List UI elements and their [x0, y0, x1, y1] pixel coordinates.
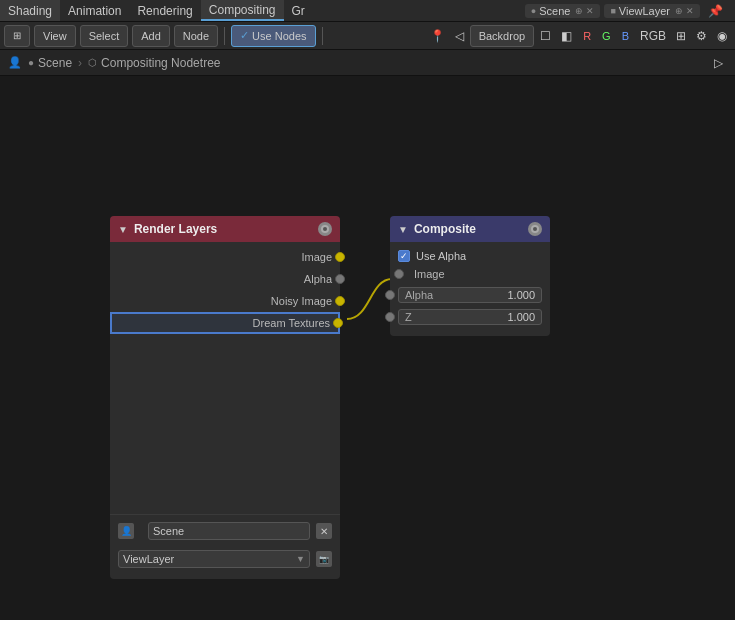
- breadcrumb: 👤 ● Scene › ⬡ Compositing Nodetree ▷: [0, 50, 735, 76]
- r-btn[interactable]: R: [578, 26, 596, 46]
- b-btn[interactable]: B: [617, 26, 634, 46]
- image-label-row: Image: [390, 266, 550, 284]
- input-z-socket[interactable]: [385, 312, 395, 322]
- output-alpha-row: Alpha: [110, 268, 340, 290]
- menu-gr[interactable]: Gr: [284, 0, 313, 21]
- scene-tab-label: Scene: [539, 5, 570, 17]
- viewlayer-tab-label: ViewLayer: [619, 5, 670, 17]
- render-layers-title: Render Layers: [134, 222, 217, 236]
- output-alpha-label: Alpha: [304, 273, 332, 285]
- output-noisy-label: Noisy Image: [271, 295, 332, 307]
- composite-header[interactable]: ▼ Composite: [390, 216, 550, 242]
- zoom-icon[interactable]: ⊞: [672, 25, 690, 47]
- breadcrumb-sep: ›: [78, 56, 82, 70]
- menu-rendering[interactable]: Rendering: [129, 0, 200, 21]
- node-btn[interactable]: Node: [174, 25, 218, 47]
- z-field-label: Z: [405, 311, 412, 323]
- alpha-input-field[interactable]: Alpha 1.000: [398, 287, 542, 303]
- header-toolbar: ⊞ View Select Add Node ✓ Use Nodes 📍 ◁ B…: [0, 22, 735, 50]
- output-dream-textures-row[interactable]: Dream Textures: [110, 312, 340, 334]
- render-layers-bottom: 👤 Scene ✕ ViewLayer ▼ 📷: [110, 514, 340, 575]
- viewlayer-row: ViewLayer ▼ 📷: [118, 547, 332, 571]
- composite-body: ✓ Use Alpha Image Alpha 1.000: [390, 242, 550, 336]
- composite-collapse-icon: ▼: [398, 224, 408, 235]
- output-image-socket[interactable]: [335, 252, 345, 262]
- backdrop-btn[interactable]: Backdrop: [470, 25, 534, 47]
- settings-icon[interactable]: ⚙: [692, 25, 711, 47]
- use-alpha-row[interactable]: ✓ Use Alpha: [390, 246, 550, 266]
- render-layers-node-icon: [318, 222, 332, 236]
- composite-node-icon: [528, 222, 542, 236]
- alpha-field-value: 1.000: [507, 289, 535, 301]
- output-noisy-row: Noisy Image: [110, 290, 340, 312]
- top-menu-bar: Shading Animation Rendering Compositing …: [0, 0, 735, 22]
- input-alpha-socket[interactable]: [385, 290, 395, 300]
- menu-compositing[interactable]: Compositing: [201, 0, 284, 21]
- breadcrumb-scene[interactable]: ● Scene: [28, 56, 72, 70]
- svg-point-1: [323, 227, 327, 231]
- scene-close-btn[interactable]: ✕: [316, 523, 332, 539]
- viewlayer-icon: 📷: [316, 551, 332, 567]
- viewlayer-dropdown[interactable]: ViewLayer ▼: [118, 550, 310, 568]
- divider-2: [322, 27, 323, 45]
- scene-row: 👤 Scene ✕: [118, 519, 332, 543]
- output-noisy-socket[interactable]: [335, 296, 345, 306]
- output-image-label: Image: [301, 251, 332, 263]
- z-input-field[interactable]: Z 1.000: [398, 309, 542, 325]
- breadcrumb-nodetree[interactable]: ⬡ Compositing Nodetree: [88, 56, 220, 70]
- view-btn[interactable]: View: [34, 25, 76, 47]
- input-image-socket[interactable]: [394, 269, 404, 279]
- pin-icon-toolbar[interactable]: 📍: [426, 25, 449, 47]
- backdrop-icon-2[interactable]: ◧: [557, 25, 576, 47]
- scene-tab[interactable]: ● Scene ⊕ ✕: [525, 4, 601, 18]
- rgb-buttons: R G B: [578, 26, 634, 46]
- input-alpha-row: Alpha 1.000: [390, 284, 550, 306]
- composite-title: Composite: [414, 222, 476, 236]
- pin-icon[interactable]: 📌: [704, 4, 727, 18]
- collapse-icon: ▼: [118, 224, 128, 235]
- z-field-value: 1.000: [507, 311, 535, 323]
- backdrop-icon-1[interactable]: ☐: [536, 25, 555, 47]
- render-layers-header[interactable]: ▼ Render Layers: [110, 216, 340, 242]
- alpha-field-label: Alpha: [405, 289, 433, 301]
- output-dream-textures-label: Dream Textures: [253, 317, 330, 329]
- use-alpha-label: Use Alpha: [416, 250, 466, 262]
- output-image-row: Image: [110, 246, 340, 268]
- viewlayer-tab[interactable]: ■ ViewLayer ⊕ ✕: [604, 4, 700, 18]
- canvas-area: ▼ Render Layers Image Alpha Nois: [0, 76, 735, 620]
- composite-node: ▼ Composite ✓ Use Alpha Image: [390, 216, 550, 336]
- menu-shading[interactable]: Shading: [0, 0, 60, 21]
- check-icon: ✓: [400, 251, 408, 261]
- rgb-icon[interactable]: RGB: [636, 25, 670, 47]
- bottom-spacer: [390, 328, 550, 332]
- overlay-icon[interactable]: ◉: [713, 25, 731, 47]
- use-nodes-btn[interactable]: ✓ Use Nodes: [231, 25, 315, 47]
- arrow-left-icon[interactable]: ◁: [451, 25, 468, 47]
- divider-1: [224, 27, 225, 45]
- node-spacer: [110, 334, 340, 514]
- input-z-row: Z 1.000: [390, 306, 550, 328]
- render-layers-body: Image Alpha Noisy Image Dream Textures: [110, 242, 340, 579]
- output-alpha-socket[interactable]: [335, 274, 345, 284]
- add-btn[interactable]: Add: [132, 25, 170, 47]
- svg-point-3: [533, 227, 537, 231]
- g-btn[interactable]: G: [597, 26, 616, 46]
- view-menu-btn[interactable]: ⊞: [4, 25, 30, 47]
- scene-dropdown[interactable]: Scene: [148, 522, 310, 540]
- menu-animation[interactable]: Animation: [60, 0, 129, 21]
- use-alpha-checkbox[interactable]: ✓: [398, 250, 410, 262]
- scene-icon: 👤: [118, 523, 134, 539]
- render-layers-node: ▼ Render Layers Image Alpha Nois: [110, 216, 340, 579]
- sidebar-toggle[interactable]: ▷: [710, 52, 727, 74]
- output-dream-textures-socket[interactable]: [333, 318, 343, 328]
- select-btn[interactable]: Select: [80, 25, 129, 47]
